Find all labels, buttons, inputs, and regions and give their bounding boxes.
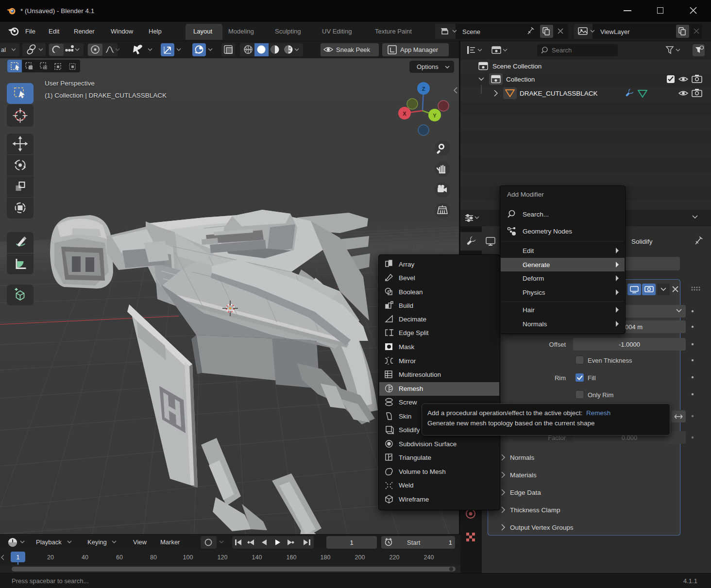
svg-text:Array: Array <box>399 261 415 268</box>
svg-text:200: 200 <box>355 554 365 561</box>
svg-text:Thickness Clamp: Thickness Clamp <box>510 506 560 514</box>
svg-text:Generate: Generate <box>523 261 550 269</box>
svg-text:Keying: Keying <box>87 538 107 546</box>
svg-text:Add Modifier: Add Modifier <box>507 191 544 198</box>
svg-text:Volume to Mesh: Volume to Mesh <box>399 468 446 475</box>
svg-text:Edit: Edit <box>523 247 534 254</box>
svg-text:Edge Data: Edge Data <box>510 489 541 496</box>
svg-text:Physics: Physics <box>523 289 545 296</box>
svg-text:-1.0000: -1.0000 <box>619 341 640 348</box>
svg-text:Boolean: Boolean <box>399 288 423 296</box>
svg-text:Z: Z <box>422 86 425 92</box>
svg-text:180: 180 <box>321 554 331 561</box>
svg-text:160: 160 <box>287 554 297 561</box>
svg-text:Edge Split: Edge Split <box>399 329 429 336</box>
svg-text:Skin: Skin <box>399 413 411 420</box>
svg-text:Screw: Screw <box>399 399 417 406</box>
svg-text:Even Thickness: Even Thickness <box>588 357 632 364</box>
svg-text:Mask: Mask <box>399 343 415 351</box>
svg-text:Multiresolution: Multiresolution <box>399 371 441 378</box>
svg-text:Build: Build <box>399 302 413 309</box>
svg-text:Bevel: Bevel <box>399 274 415 282</box>
svg-text:Fill: Fill <box>588 374 596 382</box>
svg-text:X: X <box>403 111 406 117</box>
svg-text:1: 1 <box>449 539 452 546</box>
svg-text:Wireframe: Wireframe <box>399 496 429 503</box>
svg-text:Rim: Rim <box>555 374 566 382</box>
svg-text:Search: Search <box>552 47 572 54</box>
svg-text:Deform: Deform <box>523 275 544 282</box>
svg-text:Sneak Peek: Sneak Peek <box>336 46 371 53</box>
svg-text:Hair: Hair <box>523 306 535 314</box>
svg-text:Search...: Search... <box>523 211 549 218</box>
svg-text:220: 220 <box>389 554 400 561</box>
svg-text:Decimate: Decimate <box>399 316 426 323</box>
svg-text:120: 120 <box>218 554 228 561</box>
svg-text:Playback: Playback <box>36 538 62 546</box>
svg-text:Offset: Offset <box>549 341 566 348</box>
svg-text:Triangulate: Triangulate <box>399 454 431 461</box>
svg-text:Marker: Marker <box>160 538 180 546</box>
svg-text:Subdivision Surface: Subdivision Surface <box>399 440 457 448</box>
svg-text:Mirror: Mirror <box>399 357 416 365</box>
svg-text:Remesh: Remesh <box>399 385 423 392</box>
svg-text:80: 80 <box>150 554 157 561</box>
svg-text:al: al <box>1 46 6 53</box>
svg-text:Geometry Nodes: Geometry Nodes <box>523 228 572 235</box>
svg-text:Normals: Normals <box>510 454 535 461</box>
svg-text:Materials: Materials <box>510 471 537 479</box>
svg-text:1: 1 <box>17 554 20 561</box>
svg-text:140: 140 <box>252 554 262 561</box>
svg-text:App Manager: App Manager <box>400 46 439 53</box>
svg-text:40: 40 <box>82 554 88 561</box>
svg-text:1: 1 <box>350 539 353 546</box>
svg-text:View: View <box>133 538 147 546</box>
svg-text:240: 240 <box>424 554 434 561</box>
svg-text:Y: Y <box>433 113 437 118</box>
svg-text:Normals: Normals <box>523 320 547 328</box>
svg-text:Weld: Weld <box>399 482 414 489</box>
svg-text:60: 60 <box>116 554 123 561</box>
svg-text:Output Vertex Groups: Output Vertex Groups <box>510 524 574 531</box>
svg-text:Only Rim: Only Rim <box>588 391 613 399</box>
svg-text:Solidify: Solidify <box>399 426 420 434</box>
svg-text:Solidify: Solidify <box>631 238 653 245</box>
svg-text:20: 20 <box>47 554 54 561</box>
svg-text:Start: Start <box>407 539 421 546</box>
svg-text:DRAKE_CUTLASSBLACK: DRAKE_CUTLASSBLACK <box>520 90 598 97</box>
svg-text:100: 100 <box>183 554 193 561</box>
svg-text:Collection: Collection <box>506 76 535 83</box>
svg-text:Scene Collection: Scene Collection <box>492 63 542 70</box>
